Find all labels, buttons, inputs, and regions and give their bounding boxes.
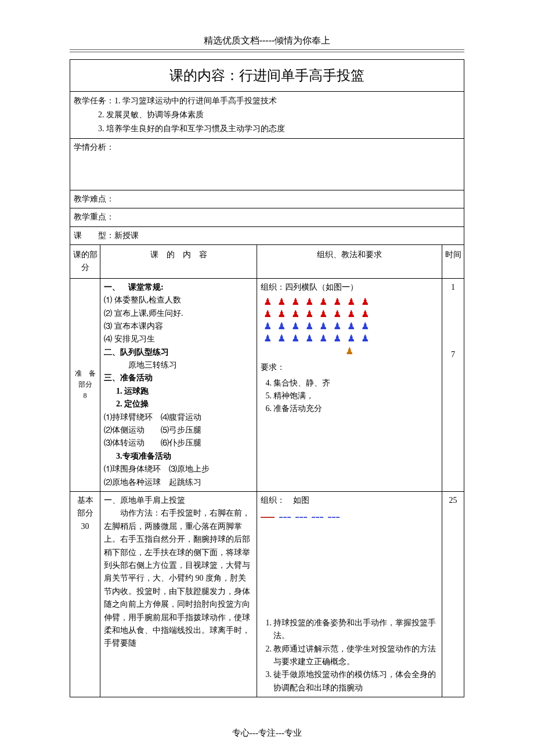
prep-time-cell: 1 7 <box>442 278 464 491</box>
person-icon: ♟ <box>264 308 272 321</box>
basic-point-1: 持球投篮的准备姿势和出手动作，掌握投篮手法。 <box>273 617 438 643</box>
person-icon: ♟ <box>319 321 327 333</box>
prep-s1-3: ⑶ 宣布本课内容 <box>104 322 163 330</box>
prep-s3-c2: ⑵原地各种运球 起跳练习 <box>104 478 201 487</box>
person-icon: ♟ <box>305 321 313 333</box>
person-icon: ♟ <box>305 308 313 321</box>
head-part: 课的部分 <box>70 244 100 278</box>
req-label: 要求： <box>261 363 285 372</box>
req-2: 精神饱满， <box>273 390 438 402</box>
task-3: 3. 培养学生良好的自学和互学习惯及主动学习的态度 <box>74 122 460 136</box>
prep-org-cell: 组织：四列横队（如图一） ♟♟♟♟♟♟♟♟ ♟♟♟♟♟♟♟♟ ♟♟♟♟♟♟♟♟ … <box>257 278 442 491</box>
basic-org-cell: 组织： 如图 持球投篮的准备姿势和出手动作，掌握投篮手法。 教师通过讲解示范，使… <box>257 491 442 697</box>
prep-s1-4: ⑷ 安排见习生 <box>104 334 155 343</box>
basic-c-sub: 动作方法： <box>120 509 161 517</box>
req-1: 集合快、静、齐 <box>273 377 438 390</box>
person-icon: ♟ <box>305 333 313 345</box>
person-icon: ♟ <box>291 321 300 333</box>
teacher-icon: ♟ <box>345 345 353 358</box>
prep-part-label: 准 备部分 <box>74 368 96 390</box>
basic-org-text: 如图 <box>293 496 309 505</box>
prep-s3-title: 三、准备活动 <box>104 373 153 382</box>
person-icon: ♟ <box>361 308 369 321</box>
prep-part-cell: 准 备部分 8 <box>70 278 100 491</box>
person-icon: ♟ <box>291 296 300 308</box>
prep-s3-b1: ⑴持球臂绕环 ⑷腹背运动 <box>104 413 201 422</box>
prep-s1-1: ⑴ 体委整队,检查人数 <box>104 296 181 304</box>
basic-c-title: 一、原地单手肩上投篮 <box>104 494 253 507</box>
formation-row-4: ♟♟♟♟♟♟♟♟ <box>261 333 438 345</box>
person-icon: ♟ <box>277 321 286 333</box>
prep-time-2: 7 <box>446 348 460 361</box>
person-icon: ♟ <box>333 296 341 308</box>
keypoint-cell: 教学重点： <box>70 208 464 226</box>
lesson-plan-table: 课的内容：行进间单手高手投篮 教学任务：1. 学习篮球运动中的行进间单手高手投篮… <box>70 59 464 697</box>
formation-teacher: ♟ <box>261 345 438 358</box>
person-icon: ♟ <box>347 308 355 321</box>
basic-org-label: 组织： <box>261 496 285 505</box>
basic-part-cell: 基本部分 30 <box>70 491 100 697</box>
req-3: 准备活动充分 <box>273 402 438 415</box>
prep-s2-title: 二、队列队型练习 <box>104 348 169 357</box>
person-icon: ♟ <box>361 296 369 308</box>
formation-row-3: ♟♟♟♟♟♟♟♟ <box>261 321 438 333</box>
dash-icon <box>312 517 323 518</box>
person-icon: ♟ <box>264 333 272 345</box>
difficulty-label: 教学难点： <box>74 195 114 203</box>
prep-part-num: 8 <box>74 390 96 401</box>
prep-content-cell: 一、 课堂常规: ⑴ 体委整队,检查人数 ⑵ 宣布上课,师生问好. ⑶ 宣布本课… <box>100 278 257 491</box>
basic-point-2: 教师通过讲解示范，使学生对投篮动作的方法与要求建立正确概念。 <box>273 643 438 669</box>
prep-s2-sub: 原地三转练习 <box>104 359 253 372</box>
person-icon: ♟ <box>319 308 327 321</box>
person-icon: ♟ <box>361 321 369 333</box>
formation-diagram: ♟♟♟♟♟♟♟♟ ♟♟♟♟♟♟♟♟ ♟♟♟♟♟♟♟♟ ♟♟♟♟♟♟♟♟ ♟ <box>261 296 438 358</box>
type-cell: 课 型：新授课 <box>70 226 464 244</box>
task-2: 2. 发展灵敏、协调等身体素质 <box>74 108 460 122</box>
page-header: 精选优质文档-----倾情为你奉上 <box>70 35 464 47</box>
person-icon: ♟ <box>333 308 341 321</box>
lesson-title: 课的内容：行进间单手高手投篮 <box>70 60 464 92</box>
task-1: 1. 学习篮球运动中的行进间单手高手投篮技术 <box>114 96 277 105</box>
basic-c-body: 右手投篮时，右脚在前，左脚稍后，两膝微屈，重心落在两脚掌上。右手五指自然分开，翻… <box>104 509 250 647</box>
formation-row-2: ♟♟♟♟♟♟♟♟ <box>261 308 438 321</box>
prep-org-label: 组织： <box>261 283 285 291</box>
dash-icon <box>279 517 291 518</box>
basic-part-label: 基本部分 <box>74 494 96 520</box>
tasks-cell: 教学任务：1. 学习篮球运动中的行进间单手高手投篮技术 2. 发展灵敏、协调等身… <box>70 92 464 138</box>
dash-icon <box>261 517 275 518</box>
basic-time: 25 <box>449 496 457 505</box>
header-rule <box>70 49 464 52</box>
req-list: 集合快、静、齐 精神饱满， 准备活动充分 <box>261 377 438 416</box>
prep-s3-b3: ⑶体转运动 ⑹仆步压腿 <box>104 438 201 447</box>
person-icon: ♟ <box>277 308 286 321</box>
prep-s3-b: 2. 定位操 <box>104 398 253 411</box>
basic-points-list: 持球投篮的准备姿势和出手动作，掌握投篮手法。 教师通过讲解示范，使学生对投篮动作… <box>261 617 438 694</box>
basic-time-cell: 25 <box>442 491 464 697</box>
prep-s3-b2: ⑵体侧运动 ⑸弓步压腿 <box>104 426 201 434</box>
prep-org-text: 四列横队（如图一） <box>285 283 358 291</box>
dash-icon <box>295 517 307 518</box>
person-icon: ♟ <box>291 333 300 345</box>
prep-s3-c1: ⑴球围身体绕环 ⑶原地上步 <box>104 465 210 473</box>
person-icon: ♟ <box>319 333 327 345</box>
head-content: 课 的 内 容 <box>100 244 257 278</box>
type-label: 课 型： <box>74 231 114 240</box>
page-footer: 专心---专注---专业 <box>0 728 534 739</box>
prep-s1-2: ⑵ 宣布上课,师生问好. <box>104 309 183 318</box>
person-icon: ♟ <box>347 333 355 345</box>
tasks-label: 教学任务： <box>74 96 114 105</box>
person-icon: ♟ <box>347 296 355 308</box>
prep-s3-a: 1. 运球跑 <box>104 385 253 398</box>
person-icon: ♟ <box>347 321 355 333</box>
basic-part-num: 30 <box>74 520 96 533</box>
keypoint-label: 教学重点： <box>74 213 114 221</box>
type-value: 新授课 <box>114 231 139 240</box>
basic-content-cell: 一、原地单手肩上投篮 动作方法：右手投篮时，右脚在前，左脚稍后，两膝微屈，重心落… <box>100 491 257 697</box>
prep-time-1: 1 <box>446 281 460 294</box>
person-icon: ♟ <box>305 296 313 308</box>
formation-row-1: ♟♟♟♟♟♟♟♟ <box>261 296 438 308</box>
difficulty-cell: 教学难点： <box>70 190 464 208</box>
head-org: 组织、教法和要求 <box>257 244 442 278</box>
analysis-label: 学情分析： <box>74 143 114 152</box>
analysis-cell: 学情分析： <box>70 138 464 190</box>
